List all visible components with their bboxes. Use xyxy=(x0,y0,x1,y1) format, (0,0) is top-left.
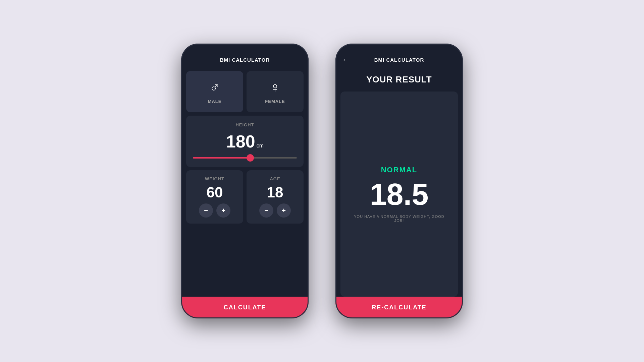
recalculate-button[interactable]: RE-CALCULATE xyxy=(335,297,463,318)
result-header-title: BMI CALCULATOR xyxy=(374,57,424,63)
weight-controls: − + xyxy=(199,203,230,218)
male-label: MALE xyxy=(208,99,222,104)
height-number: 180 xyxy=(226,131,255,152)
female-card[interactable]: ♀ FEMALE xyxy=(247,71,304,112)
female-icon: ♀ xyxy=(270,79,280,96)
gender-selector: ♂ MALE ♀ FEMALE xyxy=(181,68,309,116)
male-icon: ♂ xyxy=(209,79,220,96)
female-label: FEMALE xyxy=(265,99,285,104)
age-controls: − + xyxy=(259,203,291,218)
phone-result: ← BMI CALCULATOR YOUR RESULT NORMAL 18.5… xyxy=(335,44,463,318)
weight-minus-button[interactable]: − xyxy=(199,203,213,218)
height-card: HEIGHT 180 cm xyxy=(186,116,304,167)
male-card[interactable]: ♂ MALE xyxy=(186,71,243,112)
bmi-status: NORMAL xyxy=(381,166,418,174)
calculate-button[interactable]: CALCULATE xyxy=(181,297,309,318)
back-button[interactable]: ← xyxy=(342,56,349,64)
result-screen: ← BMI CALCULATOR YOUR RESULT NORMAL 18.5… xyxy=(335,44,463,318)
weight-label: WEIGHT xyxy=(205,176,224,181)
height-label: HEIGHT xyxy=(235,122,254,127)
calculator-screen: BMI CALCULATOR ♂ MALE ♀ FEMALE HEIGHT 18… xyxy=(181,44,309,318)
slider-fill xyxy=(193,157,250,159)
age-value: 18 xyxy=(267,184,283,201)
age-card: AGE 18 − + xyxy=(247,170,304,224)
weight-value: 60 xyxy=(207,184,223,201)
weight-age-row: WEIGHT 60 − + AGE 18 − xyxy=(181,167,309,227)
weight-plus-button[interactable]: + xyxy=(216,203,230,218)
slider-track xyxy=(193,157,297,159)
height-value-display: 180 cm xyxy=(226,131,264,152)
app-header: BMI CALCULATOR xyxy=(181,44,309,68)
phone-calculator: BMI CALCULATOR ♂ MALE ♀ FEMALE HEIGHT 18… xyxy=(181,44,309,318)
slider-thumb[interactable] xyxy=(247,154,254,162)
bmi-value: 18.5 xyxy=(370,179,428,209)
result-header: ← BMI CALCULATOR xyxy=(335,44,463,68)
age-minus-button[interactable]: − xyxy=(259,203,273,218)
header-title: BMI CALCULATOR xyxy=(220,57,270,63)
age-label: AGE xyxy=(270,176,280,181)
age-plus-button[interactable]: + xyxy=(277,203,291,218)
result-description: YOU HAVE A NORMAL BODY WEIGHT, GOOD JOB! xyxy=(351,215,448,223)
height-unit: cm xyxy=(257,143,264,149)
result-title: YOUR RESULT xyxy=(335,68,463,92)
result-card: NORMAL 18.5 YOU HAVE A NORMAL BODY WEIGH… xyxy=(340,92,458,297)
height-slider-container[interactable] xyxy=(193,156,297,160)
weight-card: WEIGHT 60 − + xyxy=(186,170,243,224)
